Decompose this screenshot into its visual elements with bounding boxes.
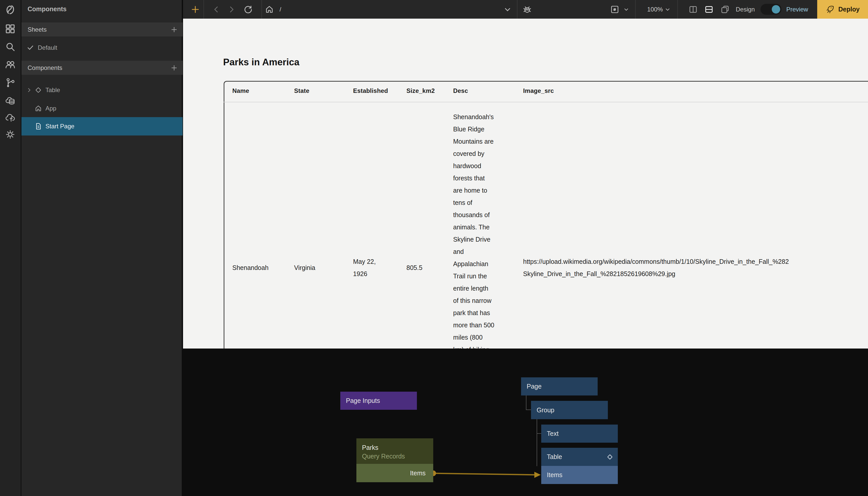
node-label: Text [547,430,559,437]
node-text[interactable]: Text [541,424,618,443]
deploy-label: Deploy [838,5,859,13]
column-header-desc[interactable]: Desc [453,87,468,94]
design-mode-label[interactable]: Design [736,6,755,13]
node-table[interactable]: Table [541,448,618,466]
column-header-name[interactable]: Name [232,87,249,94]
diamond-icon [35,87,42,94]
wire-layer [183,348,868,496]
settings-gear-icon[interactable] [5,129,15,139]
table-header-divider [224,102,868,102]
cell-state: Virginia [294,262,315,274]
node-label: Page [527,383,542,390]
refresh-icon[interactable] [244,5,253,14]
split-columns-icon[interactable] [689,5,698,14]
column-header-state[interactable]: State [294,87,309,94]
node-table-items-port[interactable]: Items [541,466,618,484]
query-node-title: Parks [362,444,378,451]
node-page-inputs[interactable]: Page Inputs [340,392,417,410]
sheets-section-header[interactable]: Sheets [21,22,183,36]
sidebar-item-app[interactable]: App [21,99,183,118]
add-icon[interactable] [191,5,200,14]
page-title: Parks in America [223,57,300,67]
sheet-label: Default [38,44,57,51]
data-flow-panel[interactable]: Page Inputs Parks Query Records Items Pa… [183,348,868,496]
design-preview-toggle[interactable] [761,4,781,15]
deploy-button[interactable]: Deploy [817,0,868,19]
wire-arrowhead-icon [534,472,541,478]
viewport-size-icon[interactable] [610,5,619,14]
component-label: Table [45,87,60,94]
viewport-dropdown-chevron-icon[interactable] [623,5,629,14]
components-section-label: Components [28,64,62,72]
preview-mode-label[interactable]: Preview [786,6,808,13]
toolbar: / 100% [183,0,868,19]
cell-desc: Shenandoah'sBlue RidgeMountains arecover… [453,111,512,348]
query-output-port-row[interactable]: Items [356,464,433,482]
app-logo-icon[interactable] [5,4,15,14]
node-parks-query[interactable]: Parks Query Records Items [356,438,433,482]
zoom-dropdown-chevron-icon[interactable] [665,5,671,14]
add-component-icon[interactable] [170,64,178,72]
back-icon[interactable] [212,5,220,14]
component-label: Start Page [45,123,74,130]
node-label: Table [547,453,562,461]
sidebar-item-default-sheet[interactable]: Default [21,38,183,57]
node-label: Page Inputs [346,397,380,404]
check-icon [27,44,34,51]
app-window: Components Sheets Default Components Tab… [0,0,868,496]
sidebar-title: Components [28,5,67,13]
column-header-established[interactable]: Established [353,87,388,94]
sidebar-item-start-page[interactable]: Start Page [21,117,183,136]
component-label: App [45,105,57,112]
zoom-level[interactable]: 100% [647,6,663,13]
rocket-icon [826,5,835,14]
table-component[interactable] [224,81,868,348]
home-icon [35,105,42,112]
sidebar: Components Sheets Default Components Tab… [21,0,183,496]
toggle-knob [772,5,780,14]
query-node-subtitle: Query Records [362,453,405,460]
components-grid-icon[interactable] [5,24,15,34]
column-header-image-src[interactable]: Image_src [523,87,554,94]
page-dropdown-chevron-icon[interactable] [503,5,512,14]
cell-established: May 22,1926 [353,255,376,280]
node-group[interactable]: Group [531,401,608,419]
icon-rail [0,0,21,496]
components-section-header[interactable]: Components [21,61,183,75]
split-rows-icon[interactable] [705,5,713,14]
search-icon[interactable] [5,42,15,51]
items-wire [433,473,535,475]
sheets-section-label: Sheets [28,26,47,33]
cell-name: Shenandoah [232,262,269,274]
node-label: Group [537,406,554,414]
users-icon[interactable] [5,60,15,69]
node-page[interactable]: Page [521,377,598,396]
diamond-icon [607,454,613,460]
debug-bug-icon[interactable] [523,5,532,14]
breadcrumb-path: / [279,6,281,13]
git-branch-icon[interactable] [5,78,15,87]
chevron-right-icon[interactable] [26,87,32,93]
add-sheet-icon[interactable] [170,26,178,33]
design-canvas[interactable]: Parks in America Name State Established … [183,19,868,348]
functions-icon[interactable] [5,112,15,122]
data-sources-icon[interactable] [5,95,15,105]
document-icon [35,123,42,130]
sidebar-item-table[interactable]: Table [21,81,183,99]
stacked-windows-icon[interactable] [721,5,729,14]
node-label: Items [547,471,562,479]
cell-image-src: https://upload.wikimedia.org/wikipedia/c… [523,255,868,280]
cell-size-km2: 805.5 [407,262,423,274]
home-path-icon[interactable] [265,5,274,14]
port-label: Items [410,469,426,477]
column-header-size-km2[interactable]: Size_km2 [407,87,435,94]
forward-icon[interactable] [227,5,236,14]
